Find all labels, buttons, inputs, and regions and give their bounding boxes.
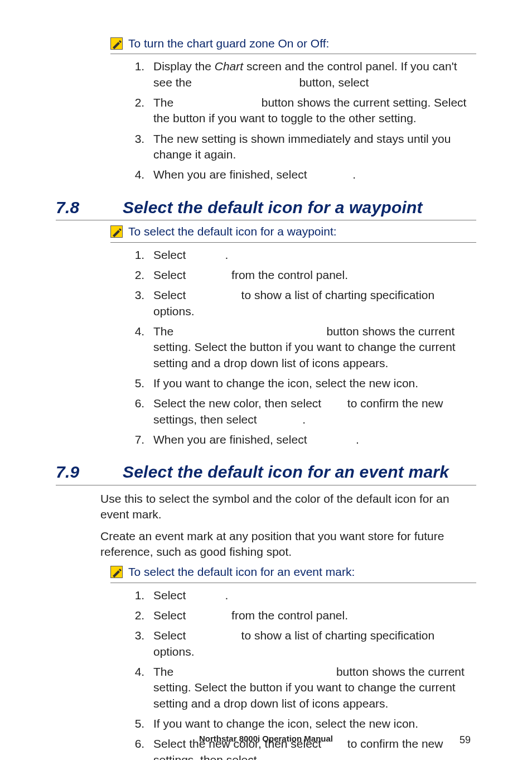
step: Select . (148, 247, 476, 263)
step: Display the Chart screen and the control… (148, 59, 476, 90)
section-paragraph: Create an event mark at any position tha… (100, 528, 476, 560)
step: If you want to change the icon, select t… (148, 716, 476, 732)
pencil-icon (110, 225, 123, 238)
procedure-title: To select the default icon for an event … (128, 564, 355, 580)
footer-title: Northstar 8000i Operation Manual (199, 733, 333, 744)
step: The button shows the current setting. Se… (148, 664, 476, 711)
step: The button shows the current setting. Se… (148, 95, 476, 127)
procedure-header: To select the default icon for an event … (110, 564, 476, 583)
page-number: 59 (460, 733, 471, 747)
step: Select to show a list of charting specif… (148, 628, 476, 660)
procedure-header: To select the default icon for a waypoin… (110, 224, 476, 242)
step: When you are finished, select . (148, 167, 476, 182)
procedure-title: To turn the chart guard zone On or Off: (128, 36, 329, 51)
section-number: 7.8 (56, 196, 123, 219)
step: Select to show a list of charting specif… (148, 287, 476, 319)
step: When you are finished, select . (148, 432, 476, 448)
section-heading-7-9: 7.9 Select the default icon for an event… (56, 461, 476, 485)
section-title: Select the default icon for an event mar… (123, 461, 449, 484)
section-number: 7.9 (56, 461, 123, 484)
step: The button shows the current setting. Se… (148, 324, 476, 371)
procedure-steps: Select . Select from the control panel. … (56, 247, 476, 448)
page-footer: Northstar 8000i Operation Manual 59 (0, 733, 532, 744)
step: The new setting is shown immediately and… (148, 131, 476, 163)
pencil-icon (110, 37, 123, 50)
step: Select from the control panel. (148, 267, 476, 283)
procedure-title: To select the default icon for a waypoin… (128, 224, 337, 239)
procedure-steps: Display the Chart screen and the control… (56, 59, 476, 182)
step: Select the new color, then select to con… (148, 396, 476, 427)
section-paragraph: Use this to select the symbol and the co… (100, 491, 476, 523)
step: If you want to change the icon, select t… (148, 376, 476, 391)
step: Select from the control panel. (148, 608, 476, 623)
section-heading-7-8: 7.8 Select the default icon for a waypoi… (56, 196, 476, 221)
step: Select . (148, 588, 476, 603)
section-title: Select the default icon for a waypoint (123, 196, 423, 219)
pencil-icon (110, 566, 123, 578)
procedure-header: To turn the chart guard zone On or Off: (110, 36, 476, 54)
